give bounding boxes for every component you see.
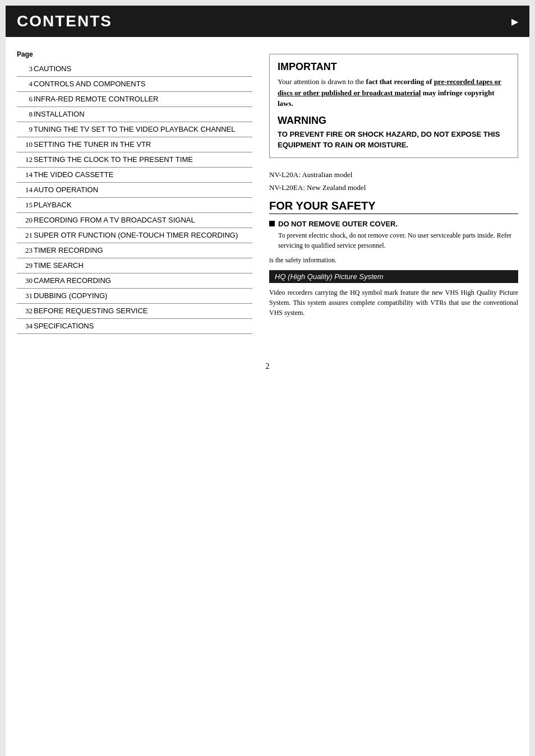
toc-title: DUBBING (COPYING) <box>34 289 252 304</box>
safety-note: is the safety information. <box>269 256 518 265</box>
important-heading: IMPORTANT <box>278 61 510 73</box>
toc-title: AUTO OPERATION <box>34 183 252 198</box>
safety-section: FOR YOUR SAFETY DO NOT REMOVE OUTER COVE… <box>269 200 518 265</box>
toc-title: RECORDING FROM A TV BROADCAST SIGNAL <box>34 213 252 228</box>
toc-title: INFRA-RED REMOTE CONTROLLER <box>34 92 252 107</box>
toc-row: 3 CAUTIONS <box>17 62 252 77</box>
toc-title: SETTING THE TUNER IN THE VTR <box>34 137 252 152</box>
toc-row: 12 SETTING THE CLOCK TO THE PRESENT TIME <box>17 152 252 168</box>
bullet-icon <box>269 221 275 226</box>
toc-row: 14 AUTO OPERATION <box>17 183 252 198</box>
toc-page-num: 3 <box>17 62 34 77</box>
model-line1: NV-L20A: Australian model <box>269 168 518 181</box>
toc-row: 29 TIME SEARCH <box>17 258 252 273</box>
toc-title: SETTING THE CLOCK TO THE PRESENT TIME <box>34 152 252 168</box>
warning-text: TO PREVENT FIRE OR SHOCK HAZARD, DO NOT … <box>278 129 510 151</box>
toc-title: TUNING THE TV SET TO THE VIDEO PLAYBACK … <box>34 122 252 137</box>
toc-row: 21 SUPER OTR FUNCTION (ONE-TOUCH TIMER R… <box>17 228 252 243</box>
toc-page-num: 15 <box>17 198 34 213</box>
toc-row: 4 CONTROLS AND COMPONENTS <box>17 77 252 92</box>
toc-page-num: 14 <box>17 183 34 198</box>
header-icons: ▶ <box>511 16 518 27</box>
toc-title: INSTALLATION <box>34 107 252 122</box>
toc-page-num: 6 <box>17 92 34 107</box>
toc-page-num: 8 <box>17 107 34 122</box>
toc-row: 14 THE VIDEO CASSETTE <box>17 168 252 183</box>
content-area: Page 3 CAUTIONS 4 CONTROLS AND COMPONENT… <box>6 37 529 345</box>
toc-row: 23 TIMER RECORDING <box>17 243 252 258</box>
toc-title: SPECIFICATIONS <box>34 319 252 334</box>
toc-row: 30 CAMERA RECORDING <box>17 273 252 289</box>
page-title: CONTENTS <box>17 12 112 30</box>
header: CONTENTS ▶ <box>6 6 529 37</box>
toc-title: SUPER OTR FUNCTION (ONE-TOUCH TIMER RECO… <box>34 228 252 243</box>
safety-item-title: DO NOT REMOVE OUTER COVER. <box>269 220 518 228</box>
toc-row: 34 SPECIFICATIONS <box>17 319 252 334</box>
important-box: IMPORTANT Your attention is drawn to the… <box>269 54 518 158</box>
model-info: NV-L20A: Australian model NV-L20EA: New … <box>269 168 518 194</box>
safety-item-text: To prevent electric shock, do not remove… <box>278 230 518 251</box>
toc-title: TIMER RECORDING <box>34 243 252 258</box>
page-number: 2 <box>6 362 529 382</box>
toc-row: 20 RECORDING FROM A TV BROADCAST SIGNAL <box>17 213 252 228</box>
toc-row: 31 DUBBING (COPYING) <box>17 289 252 304</box>
toc-title: CAMERA RECORDING <box>34 273 252 289</box>
right-column: IMPORTANT Your attention is drawn to the… <box>264 48 518 334</box>
toc-row: 8 INSTALLATION <box>17 107 252 122</box>
toc-page-num: 23 <box>17 243 34 258</box>
toc-row: 10 SETTING THE TUNER IN THE VTR <box>17 137 252 152</box>
toc-page-num: 12 <box>17 152 34 168</box>
toc-page-num: 10 <box>17 137 34 152</box>
toc-title: CAUTIONS <box>34 62 252 77</box>
hq-bar: HQ (High Quality) Picture System <box>269 270 518 283</box>
toc-page-num: 21 <box>17 228 34 243</box>
toc-page-num: 34 <box>17 319 34 334</box>
toc-page-num: 32 <box>17 304 34 319</box>
toc-page-num: 30 <box>17 273 34 289</box>
toc-title: THE VIDEO CASSETTE <box>34 168 252 183</box>
toc-title: PLAYBACK <box>34 198 252 213</box>
toc-column: Page 3 CAUTIONS 4 CONTROLS AND COMPONENT… <box>17 48 252 334</box>
toc-page-num: 20 <box>17 213 34 228</box>
toc-page-num: 31 <box>17 289 34 304</box>
toc-table: 3 CAUTIONS 4 CONTROLS AND COMPONENTS 6 I… <box>17 62 252 334</box>
page: CONTENTS ▶ Page 3 CAUTIONS 4 CONTROLS AN… <box>6 6 529 756</box>
toc-row: 15 PLAYBACK <box>17 198 252 213</box>
toc-page-num: 29 <box>17 258 34 273</box>
safety-item: DO NOT REMOVE OUTER COVER. To prevent el… <box>269 220 518 251</box>
toc-row: 6 INFRA-RED REMOTE CONTROLLER <box>17 92 252 107</box>
model-line2: NV-L20EA: New Zealand model <box>269 181 518 194</box>
toc-row: 32 BEFORE REQUESTING SERVICE <box>17 304 252 319</box>
warning-heading: WARNING <box>278 115 510 127</box>
safety-heading: FOR YOUR SAFETY <box>269 200 518 214</box>
important-text: Your attention is drawn to the fact that… <box>278 76 510 109</box>
toc-title: TIME SEARCH <box>34 258 252 273</box>
toc-page-num: 14 <box>17 168 34 183</box>
page-label: Page <box>17 50 252 58</box>
toc-page-num: 4 <box>17 77 34 92</box>
hq-text: Video recorders carrying the HQ symbol m… <box>269 287 518 318</box>
toc-row: 9 TUNING THE TV SET TO THE VIDEO PLAYBAC… <box>17 122 252 137</box>
toc-title: BEFORE REQUESTING SERVICE <box>34 304 252 319</box>
toc-page-num: 9 <box>17 122 34 137</box>
toc-title: CONTROLS AND COMPONENTS <box>34 77 252 92</box>
